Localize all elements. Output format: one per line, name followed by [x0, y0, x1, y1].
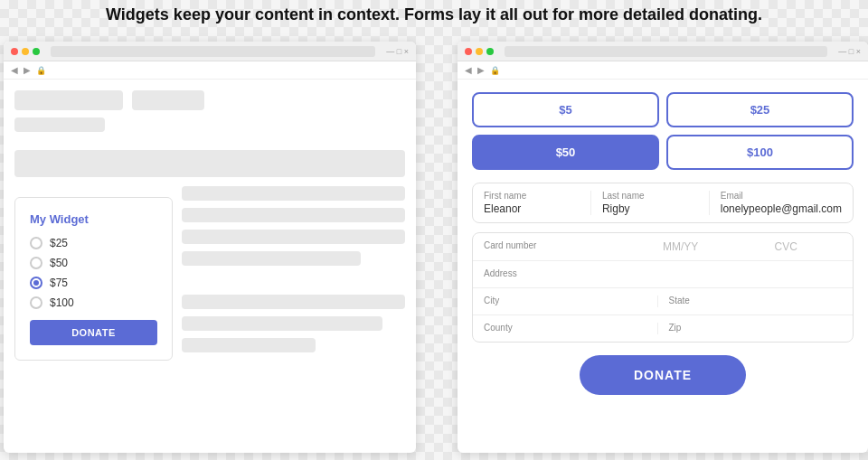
radio-75[interactable] — [30, 277, 42, 289]
radio-100[interactable] — [30, 296, 42, 309]
mmyy-placeholder: MM/YY — [663, 240, 764, 253]
right-placeholders — [182, 186, 405, 361]
address-row[interactable]: Address — [473, 261, 853, 288]
minimize-dot-right — [476, 48, 483, 55]
widget-row: My Widget $25 $50 $75 $100 DONATE — [14, 186, 405, 361]
headline: Widgets keep your content in context. Fo… — [0, 5, 868, 24]
placeholder-block — [14, 90, 123, 110]
cvc-placeholder: CVC — [775, 240, 842, 253]
window-controls-left: — □ × — [386, 47, 409, 56]
option-50-label: $50 — [50, 257, 68, 269]
address-label: Address — [484, 268, 842, 278]
city-state-row: City State — [473, 288, 853, 315]
amount-50-button[interactable]: $50 — [472, 135, 659, 170]
county-label: County — [484, 323, 657, 333]
card-number-row: Card number MM/YY CVC — [484, 240, 842, 253]
amount-100-button[interactable]: $100 — [666, 135, 854, 170]
widget-box: My Widget $25 $50 $75 $100 DONATE — [14, 197, 173, 361]
maximize-dot — [33, 48, 40, 55]
state-field[interactable]: State — [657, 296, 843, 307]
close-dot-right — [465, 48, 472, 55]
placeholder-block — [182, 338, 316, 352]
city-label: City — [484, 296, 657, 305]
content-row-1 — [14, 90, 405, 110]
option-100-label: $100 — [50, 296, 74, 309]
card-number-field[interactable]: Card number — [484, 240, 652, 253]
minimize-dot — [22, 48, 29, 55]
placeholder-block — [182, 230, 405, 244]
address-bar-right — [505, 46, 827, 57]
browser-nav-right: ◀ ▶ 🔒 — [458, 61, 868, 80]
state-label: State — [669, 296, 843, 305]
card-number-label: Card number — [484, 240, 652, 250]
option-50[interactable]: $50 — [30, 257, 157, 269]
option-75[interactable]: $75 — [30, 277, 157, 289]
right-browser-content: $5 $25 $50 $100 First name Eleanor Last … — [458, 80, 868, 408]
mmyy-field[interactable]: MM/YY — [652, 240, 764, 253]
first-name-value: Eleanor — [484, 202, 590, 215]
browser-titlebar-left: — □ × — [4, 42, 416, 61]
email-field[interactable]: Email lonelypeople@gmail.com — [709, 191, 842, 215]
window-controls-right: — □ × — [838, 47, 861, 56]
option-100[interactable]: $100 — [30, 296, 157, 309]
maximize-dot-right — [486, 48, 494, 55]
amount-grid: $5 $25 $50 $100 — [472, 92, 854, 170]
option-25-label: $25 — [50, 237, 68, 249]
placeholder-block-wide — [14, 150, 405, 177]
city-state-inner: City State — [484, 296, 842, 307]
content-row-2 — [14, 117, 405, 132]
name-email-row: First name Eleanor Last name Rigby Email… — [484, 191, 842, 215]
radio-25[interactable] — [30, 237, 42, 249]
forward-arrow[interactable]: ▶ — [24, 65, 31, 75]
card-row: Card number MM/YY CVC — [473, 233, 853, 261]
email-label: Email — [721, 191, 842, 201]
city-field[interactable]: City — [484, 296, 657, 307]
zip-field[interactable]: Zip — [657, 323, 843, 334]
cvc-field[interactable]: CVC — [764, 240, 842, 253]
placeholder-block — [182, 251, 361, 266]
last-name-field[interactable]: Last name Rigby — [590, 191, 709, 215]
widget-browser-window: — □ × ◀ ▶ 🔒 My Widget $25 — [4, 42, 416, 453]
option-25[interactable]: $25 — [30, 237, 157, 249]
placeholder-block — [182, 316, 382, 331]
radio-50[interactable] — [30, 257, 42, 269]
personal-info-row: First name Eleanor Last name Rigby Email… — [473, 183, 853, 222]
option-75-label: $75 — [50, 277, 68, 289]
address-bar-left — [51, 46, 375, 57]
browser-nav-left: ◀ ▶ 🔒 — [4, 61, 416, 80]
lock-icon: 🔒 — [36, 66, 46, 75]
lock-icon-right: 🔒 — [490, 66, 500, 75]
close-dot — [11, 48, 18, 55]
amount-25-button[interactable]: $25 — [666, 92, 854, 127]
county-field[interactable]: County — [484, 323, 657, 334]
last-name-value: Rigby — [602, 202, 709, 215]
back-arrow[interactable]: ◀ — [11, 65, 18, 75]
payment-section: Card number MM/YY CVC Address — [472, 232, 854, 343]
county-zip-inner: County Zip — [484, 323, 842, 334]
personal-info-section: First name Eleanor Last name Rigby Email… — [472, 183, 854, 223]
placeholder-block — [14, 117, 105, 132]
forward-arrow-right[interactable]: ▶ — [477, 65, 485, 75]
form-browser-window: — □ × ◀ ▶ 🔒 $5 $25 $50 $100 First name E… — [458, 42, 868, 453]
widget-donate-button[interactable]: DONATE — [30, 320, 157, 345]
widget-title: My Widget — [30, 212, 157, 226]
form-donate-button[interactable]: DONATE — [580, 355, 746, 395]
browser-titlebar-right: — □ × — [458, 42, 868, 61]
placeholder-block — [132, 90, 204, 110]
placeholder-block — [182, 295, 405, 309]
placeholder-block — [182, 208, 405, 222]
spacer — [14, 139, 405, 150]
left-browser-content: My Widget $25 $50 $75 $100 DONATE — [4, 80, 416, 371]
first-name-field[interactable]: First name Eleanor — [484, 191, 590, 215]
placeholder-block — [182, 186, 405, 201]
back-arrow-right[interactable]: ◀ — [465, 65, 472, 75]
last-name-label: Last name — [602, 191, 709, 201]
spacer — [182, 273, 405, 287]
first-name-label: First name — [484, 191, 590, 201]
county-zip-row: County Zip — [473, 315, 853, 342]
zip-label: Zip — [669, 323, 843, 333]
email-value: lonelypeople@gmail.com — [721, 202, 842, 215]
amount-5-button[interactable]: $5 — [472, 92, 659, 127]
